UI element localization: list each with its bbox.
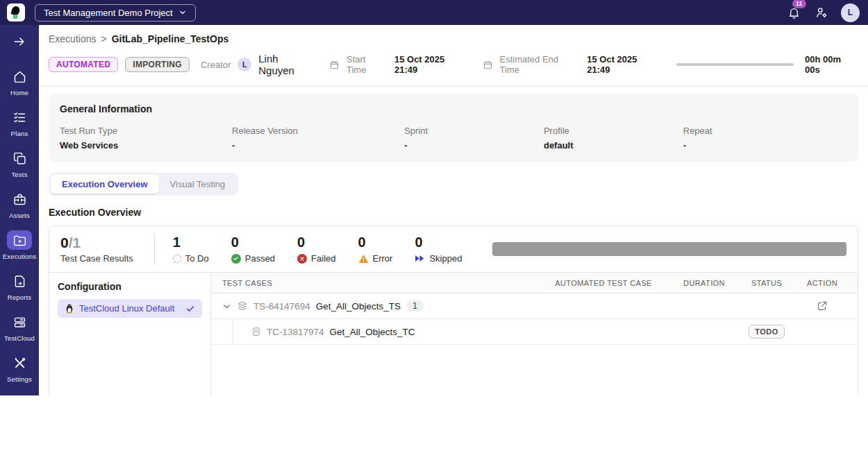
user-avatar[interactable]: L [841,3,860,22]
col-automated-test-case: AUTOMATED TEST CASE [534,279,673,287]
start-time-value: 15 Oct 2025 21:49 [394,54,470,75]
creator-label: Creator [201,60,231,70]
test-case-results: 0/1 Test Case Results [60,235,133,264]
stat-label: To Do [185,253,209,264]
chevron-down-icon [178,8,187,17]
top-bar: Test Management Demo Project 11 L [0,0,868,25]
test-suite-id[interactable]: TS-64147694 [253,301,310,312]
overall-progress-bar [492,242,846,256]
selected-check-icon [185,304,195,314]
sidebar-item-label: Assets [9,212,30,219]
configuration-item-testcloud-linux[interactable]: TestCloud Linux Default [58,299,202,318]
test-case-id[interactable]: TC-13817974 [267,327,324,337]
breadcrumb-separator: > [101,33,106,44]
sidebar-item-label: Settings [7,375,32,383]
stat-value: 0 [297,235,335,250]
results-completed: 0 [60,235,69,250]
section-title: Execution Overview [49,207,858,218]
sidebar-item-reports[interactable]: Reports [0,271,39,301]
collapse-chevron-icon[interactable] [222,302,231,311]
general-information-title: General Information [60,103,847,114]
sidebar-item-home[interactable]: Home [0,67,39,96]
sidebar-expand-button[interactable] [12,35,26,51]
summary-stats-row: 0/1 Test Case Results 1 To Do 0 Passed [49,226,858,273]
tests-icon [12,151,27,166]
sidebar-item-label: Home [10,89,28,96]
tab-visual-testing[interactable]: Visual Testing [159,175,237,194]
executions-icon [12,233,27,248]
configuration-title: Configuration [58,281,202,292]
main-content: Executions > GitLab_Pipeline_TestOps AUT… [39,25,868,395]
test-suite-row: TS-64147694 Get_All_Objects_TS 1 [211,293,858,319]
project-selector-label: Test Management Demo Project [44,8,173,18]
user-management-button[interactable] [813,4,830,21]
arrow-right-icon [12,35,26,49]
status-badge: TODO [749,325,785,339]
notifications-button[interactable]: 11 [785,4,802,21]
breadcrumb: Executions > GitLab_Pipeline_TestOps [49,33,858,44]
stat-value: 0 [358,235,393,250]
table-header: TEST CASES AUTOMATED TEST CASE DURATION … [211,273,858,293]
stat-value: 1 [173,235,209,250]
sidebar-item-executions[interactable]: Executions [0,230,39,260]
testcloud-icon [12,315,27,330]
test-suite-icon [237,300,248,312]
field-sprint: Sprint - [404,126,544,151]
app-window: Test Management Demo Project 11 L [0,0,868,395]
execution-header: Executions > GitLab_Pipeline_TestOps AUT… [39,25,868,87]
sidebar-item-tests[interactable]: Tests [0,148,39,178]
sidebar-item-label: TestCloud [4,334,35,342]
execution-overview-card: 0/1 Test Case Results 1 To Do 0 Passed [49,225,858,395]
settings-tools-icon [12,356,27,370]
stat-skipped: 0 Skipped [415,235,462,264]
error-icon [358,254,369,264]
sidebar-item-assets[interactable]: Assets [0,189,39,219]
col-action: ACTION [798,279,846,287]
col-duration: DURATION [673,279,735,287]
stat-failed: 0 Failed [297,235,335,264]
sidebar-item-label: Plans [11,130,28,137]
stat-todo: 1 To Do [173,235,209,264]
breadcrumb-parent[interactable]: Executions [49,33,96,44]
field-test-run-type: Test Run Type Web Services [60,126,232,151]
col-status: STATUS [735,279,798,287]
stat-label: Skipped [429,253,462,264]
sidebar-item-label: Reports [8,293,32,301]
divider [154,234,155,264]
sidebar-item-settings[interactable]: Settings [0,353,39,383]
configuration-panel: Configuration [49,273,211,395]
start-time-label: Start Time [347,54,387,75]
view-tabs: Execution Overview Visual Testing [49,173,238,196]
stat-value: 0 [231,235,275,250]
notification-count-badge: 11 [792,0,806,8]
col-test-cases: TEST CASES [222,279,534,287]
results-label: Test Case Results [60,253,133,264]
field-label: Profile [544,126,683,136]
field-label: Repeat [683,126,847,136]
user-gear-icon [815,6,828,19]
elapsed-progress-bar [676,63,794,66]
test-suite-count-badge: 1 [406,300,424,312]
results-total: /1 [69,235,81,250]
elapsed-time: 00h 00m 00s [805,54,858,75]
test-suite-name[interactable]: Get_All_Objects_TS [316,301,401,312]
stat-value: 0 [415,235,462,250]
stat-label: Failed [311,253,335,264]
sidebar: Home Plans Tests Assets Executions Repor [0,25,39,395]
test-case-icon [251,327,261,336]
failed-icon [297,254,307,264]
todo-icon [173,255,181,263]
configuration-item-name: TestCloud Linux Default [79,303,181,314]
sidebar-item-plans[interactable]: Plans [0,108,39,137]
end-time-value: 15 Oct 2025 21:49 [587,54,662,75]
stat-passed: 0 Passed [231,235,275,264]
sidebar-item-label: Tests [11,171,27,178]
open-suite-action[interactable] [798,300,846,312]
linux-tux-icon [65,303,74,314]
sidebar-item-testcloud[interactable]: TestCloud [0,312,39,342]
tab-execution-overview[interactable]: Execution Overview [51,175,159,194]
test-case-name[interactable]: Get_All_Objects_TC [330,327,415,337]
project-selector[interactable]: Test Management Demo Project [35,4,196,22]
test-cases-table: TEST CASES AUTOMATED TEST CASE DURATION … [211,273,858,395]
plans-icon [12,110,27,125]
